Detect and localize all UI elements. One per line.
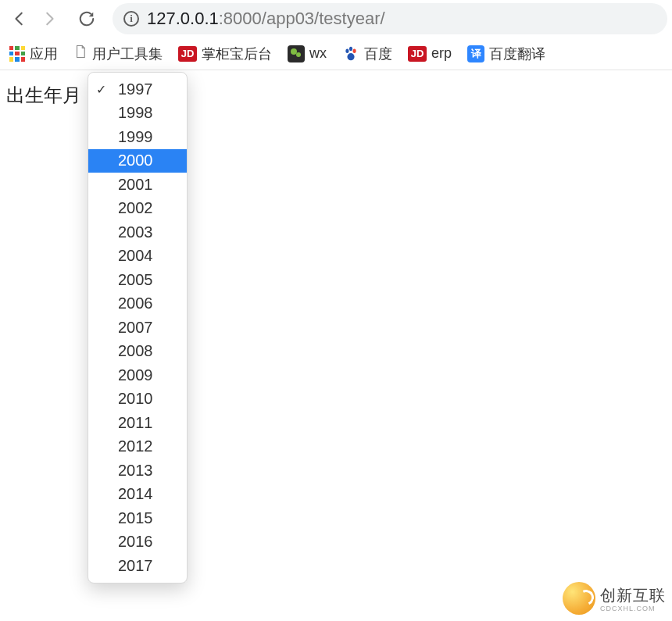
option-text: 2008 bbox=[118, 342, 153, 360]
year-option[interactable]: 2002 bbox=[88, 197, 187, 221]
bookmark-wx[interactable]: wx bbox=[288, 45, 327, 62]
year-option[interactable]: 2001 bbox=[88, 173, 187, 197]
option-text: 2004 bbox=[118, 247, 153, 265]
option-text: 2013 bbox=[118, 462, 153, 480]
svg-point-2 bbox=[353, 48, 356, 53]
option-text: 1999 bbox=[118, 128, 153, 146]
baidu-icon bbox=[342, 45, 359, 62]
option-text: 2016 bbox=[118, 533, 153, 551]
bookmark-label: 掌柜宝后台 bbox=[202, 45, 272, 63]
year-option[interactable]: 2011 bbox=[88, 411, 187, 435]
year-select-dropdown[interactable]: ✓199719981999200020012002200320042005200… bbox=[88, 72, 188, 584]
bookmark-label: 用户工具集 bbox=[92, 45, 163, 63]
option-text: 2002 bbox=[118, 199, 153, 217]
option-text: 2011 bbox=[118, 414, 153, 432]
back-button[interactable] bbox=[5, 4, 34, 34]
option-text: 2017 bbox=[118, 557, 153, 575]
bookmark-erp[interactable]: JD erp bbox=[408, 45, 452, 62]
option-text: 2003 bbox=[118, 223, 153, 241]
option-text: 2010 bbox=[118, 390, 153, 408]
option-text: 2006 bbox=[118, 294, 153, 312]
year-option[interactable]: 2008 bbox=[88, 340, 187, 364]
check-icon: ✓ bbox=[96, 82, 106, 97]
birth-year-label: 出生年月 bbox=[6, 83, 81, 108]
translate-icon: 译 bbox=[467, 45, 484, 62]
bookmark-label: 百度翻译 bbox=[489, 45, 545, 63]
bookmark-baidu[interactable]: 百度 bbox=[342, 45, 392, 63]
url-text: 127.0.0.1:8000/app03/testyear/ bbox=[147, 9, 385, 29]
svg-point-3 bbox=[347, 53, 354, 60]
forward-button[interactable] bbox=[34, 4, 64, 34]
option-text: 1997 bbox=[118, 80, 153, 98]
apps-grid-icon bbox=[9, 46, 25, 62]
watermark-logo-icon bbox=[563, 582, 595, 615]
file-icon bbox=[73, 43, 88, 64]
year-option[interactable]: 2005 bbox=[88, 268, 187, 292]
option-text: 2009 bbox=[118, 366, 153, 384]
bookmark-zhanggui[interactable]: JD 掌柜宝后台 bbox=[178, 45, 272, 63]
year-option[interactable]: 2012 bbox=[88, 435, 187, 459]
option-text: 2012 bbox=[118, 437, 153, 455]
option-text: 2014 bbox=[118, 485, 153, 503]
year-option[interactable]: 2009 bbox=[88, 363, 187, 387]
jd-icon: JD bbox=[178, 46, 197, 62]
bookmark-label: wx bbox=[309, 45, 327, 62]
watermark-brand: 创新互联 bbox=[600, 585, 666, 606]
bookmark-label: erp bbox=[431, 45, 452, 62]
svg-point-0 bbox=[345, 48, 349, 53]
refresh-button[interactable] bbox=[72, 4, 102, 34]
year-option[interactable]: 2003 bbox=[88, 220, 187, 244]
option-text: 2000 bbox=[118, 152, 153, 170]
year-option[interactable]: 1998 bbox=[88, 102, 187, 126]
year-option[interactable]: 2016 bbox=[88, 530, 187, 555]
watermark: 创新互联 CDCXHL.COM bbox=[563, 582, 666, 615]
svg-point-1 bbox=[349, 46, 352, 51]
jd-icon: JD bbox=[408, 46, 427, 62]
page-content: 出生年月 ✓1997199819992000200120022003200420… bbox=[0, 70, 672, 98]
year-option[interactable]: 2006 bbox=[88, 292, 187, 316]
year-option[interactable]: 2017 bbox=[88, 554, 187, 578]
bookmark-user-tools[interactable]: 用户工具集 bbox=[73, 43, 163, 64]
bookmark-apps[interactable]: 应用 bbox=[9, 45, 58, 63]
year-option[interactable]: 2010 bbox=[88, 387, 187, 412]
year-option[interactable]: 2000 bbox=[88, 149, 187, 173]
bookmark-baidu-translate[interactable]: 译 百度翻译 bbox=[467, 45, 545, 63]
year-option[interactable]: 2013 bbox=[88, 459, 187, 483]
wechat-icon bbox=[288, 45, 305, 62]
address-bar[interactable]: i 127.0.0.1:8000/app03/testyear/ bbox=[113, 3, 667, 34]
bookmark-label: 百度 bbox=[364, 45, 392, 63]
site-info-icon[interactable]: i bbox=[123, 11, 139, 27]
option-text: 2007 bbox=[118, 319, 153, 337]
year-option[interactable]: 2015 bbox=[88, 506, 187, 530]
bookmark-label: 应用 bbox=[30, 45, 58, 63]
option-text: 1998 bbox=[118, 104, 153, 122]
bookmark-bar: 应用 用户工具集 JD 掌柜宝后台 wx 百度 JD erp 译 百度翻译 bbox=[0, 37, 672, 70]
option-text: 2005 bbox=[118, 271, 153, 289]
year-option[interactable]: 2007 bbox=[88, 316, 187, 340]
year-option[interactable]: 2004 bbox=[88, 244, 187, 269]
year-option[interactable]: ✓1997 bbox=[88, 77, 187, 102]
option-text: 2015 bbox=[118, 509, 153, 527]
navigation-toolbar: i 127.0.0.1:8000/app03/testyear/ bbox=[0, 0, 672, 37]
year-option[interactable]: 1999 bbox=[88, 125, 187, 149]
year-option[interactable]: 2014 bbox=[88, 483, 187, 507]
option-text: 2001 bbox=[118, 176, 153, 194]
